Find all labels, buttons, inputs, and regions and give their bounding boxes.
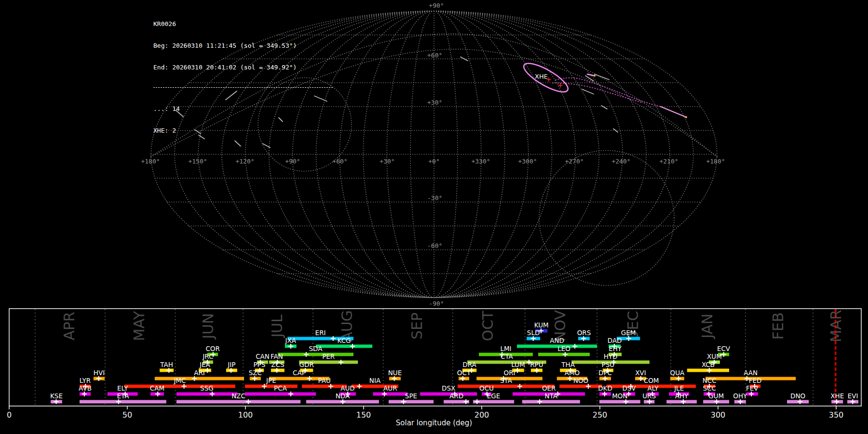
shower-bar bbox=[316, 345, 372, 348]
shower-code-label: HVI bbox=[94, 369, 105, 377]
shower-code-label: OHY bbox=[733, 392, 747, 400]
shower-code-label: ETA bbox=[117, 392, 129, 400]
shower-code-label: NIA bbox=[369, 377, 381, 384]
shower-code-label: JRC bbox=[202, 353, 213, 360]
shower-code-label: OCT bbox=[457, 369, 471, 377]
shower-code-label: URS bbox=[642, 392, 656, 400]
shower-bar bbox=[155, 377, 244, 380]
shower-bar bbox=[80, 400, 166, 404]
shower-code-label: EHY bbox=[609, 345, 622, 353]
shower-code-label: LEO bbox=[557, 345, 570, 353]
xhe-trail-dotted bbox=[553, 83, 642, 103]
shower-code-label: PER bbox=[322, 353, 335, 360]
shower-code-label: DSX bbox=[442, 384, 455, 392]
xhe-meteor-track bbox=[587, 74, 595, 76]
axis-tick-label: 350 bbox=[829, 410, 844, 420]
shower-code-label: AMO bbox=[565, 369, 580, 377]
shower-bar bbox=[420, 393, 477, 396]
end-time: End: 20260310 20:41:02 (sol = 349.92°) bbox=[153, 64, 333, 71]
month-label: FEB bbox=[770, 312, 787, 340]
shower-code-label: CAM bbox=[150, 384, 164, 392]
shower-code-label: JXA bbox=[285, 337, 297, 344]
shower-code-label: COM bbox=[644, 377, 659, 384]
lon-grid-label: +150° bbox=[188, 158, 207, 165]
shower-code-label: OER bbox=[542, 384, 556, 392]
sporadic-meteor-streak bbox=[582, 89, 594, 94]
shower-bar bbox=[373, 393, 408, 396]
axis-tick-label: 250 bbox=[593, 410, 608, 420]
shower-bar bbox=[278, 353, 353, 356]
shower-code-label: NZC bbox=[231, 392, 245, 400]
shower-code-label: DPC bbox=[598, 369, 612, 377]
shower-code-label: QUA bbox=[670, 369, 685, 377]
separator-dashed-line bbox=[153, 87, 333, 88]
shower-code-label: ORS bbox=[577, 329, 591, 337]
shower-code-label: SDA bbox=[309, 345, 323, 353]
shower-bar bbox=[522, 400, 580, 404]
shower-bar bbox=[559, 385, 602, 388]
axis-tick-label: 150 bbox=[356, 410, 371, 420]
sporadic-meteor-streak bbox=[613, 129, 618, 132]
lat-grid-label: -60° bbox=[427, 242, 442, 249]
shower-code-label: SLD bbox=[527, 329, 540, 337]
shower-code-label: DNO bbox=[790, 392, 805, 400]
lon-grid-label: +240° bbox=[611, 158, 630, 165]
shower-code-label: ORI bbox=[504, 369, 515, 377]
shower-code-label: FEV bbox=[746, 384, 759, 392]
shower-code-label: RPU bbox=[530, 361, 543, 368]
shower-code-label: COR bbox=[205, 345, 219, 353]
shower-code-label: ARI bbox=[194, 369, 205, 377]
shower-code-label: ZCS bbox=[271, 361, 284, 368]
shower-code-label: AND bbox=[550, 337, 564, 344]
shower-code-label: PCA bbox=[274, 384, 287, 392]
shower-code-label: JIP bbox=[227, 361, 235, 368]
lon-grid-label: +120° bbox=[235, 158, 254, 165]
xhe-meteor-tip bbox=[685, 116, 687, 118]
lon-grid-label: +300° bbox=[518, 158, 537, 165]
shower-code-label: AUD bbox=[340, 384, 355, 392]
shower-bar bbox=[124, 385, 235, 388]
lon-grid-label: +270° bbox=[565, 158, 583, 165]
shower-code-label: EGE bbox=[487, 392, 501, 400]
lon-grid-label: +30° bbox=[380, 158, 394, 165]
shower-code-label: ECV bbox=[717, 345, 731, 353]
shower-code-label: XUM bbox=[707, 353, 722, 360]
lon-grid-label: +180° bbox=[141, 158, 160, 165]
sporadic-meteor-streak bbox=[585, 76, 594, 81]
axis-tick-label: 0 bbox=[7, 410, 12, 420]
lon-grid-label: +330° bbox=[471, 158, 490, 165]
month-label: APR bbox=[61, 312, 78, 340]
lon-grid-label: +0° bbox=[428, 158, 439, 165]
shower-activity-chart: APRMAYJUNJULAUGSEPOCTNOVDECJANFEBMARKUME… bbox=[7, 309, 861, 427]
shower-bar bbox=[176, 393, 237, 396]
axis-tick-label: 300 bbox=[711, 410, 726, 420]
station-id: KR0026 bbox=[153, 20, 333, 27]
shower-code-label: EVI bbox=[848, 392, 858, 400]
shower-code-label: XVI bbox=[635, 369, 646, 377]
lat-grid-label: +60° bbox=[427, 52, 442, 59]
lon-grid-label: +60° bbox=[332, 158, 347, 165]
shower-bar bbox=[245, 393, 316, 396]
shower-code-label: SSG bbox=[200, 384, 214, 392]
shower-code-label: HYD bbox=[604, 353, 618, 360]
shower-code-label: PPS bbox=[253, 361, 265, 368]
shower-code-label: KCG bbox=[338, 337, 351, 344]
shower-code-label: FED bbox=[749, 377, 762, 384]
shower-code-label: ELY bbox=[117, 384, 128, 392]
shower-bar bbox=[176, 400, 300, 404]
shower-code-label: DAD bbox=[608, 337, 622, 344]
shower-code-label: SCC bbox=[703, 384, 716, 392]
shower-code-label: OCU bbox=[479, 384, 494, 392]
shower-code-label: SPE bbox=[405, 392, 417, 400]
shower-bar bbox=[245, 385, 298, 388]
source-circle bbox=[539, 150, 674, 285]
shower-code-label: GEM bbox=[621, 329, 636, 337]
shower-code-label: SZC bbox=[249, 369, 262, 377]
shower-code-label: PAU bbox=[318, 377, 330, 384]
month-label: MAY bbox=[131, 311, 148, 341]
month-label: JUL bbox=[269, 314, 285, 339]
begin-time: Beg: 20260310 11:21:45 (sol = 349.53°) bbox=[153, 42, 333, 49]
month-label: OCT bbox=[479, 311, 496, 341]
axis-tick-label: 200 bbox=[475, 410, 489, 420]
shower-bar bbox=[517, 345, 597, 348]
